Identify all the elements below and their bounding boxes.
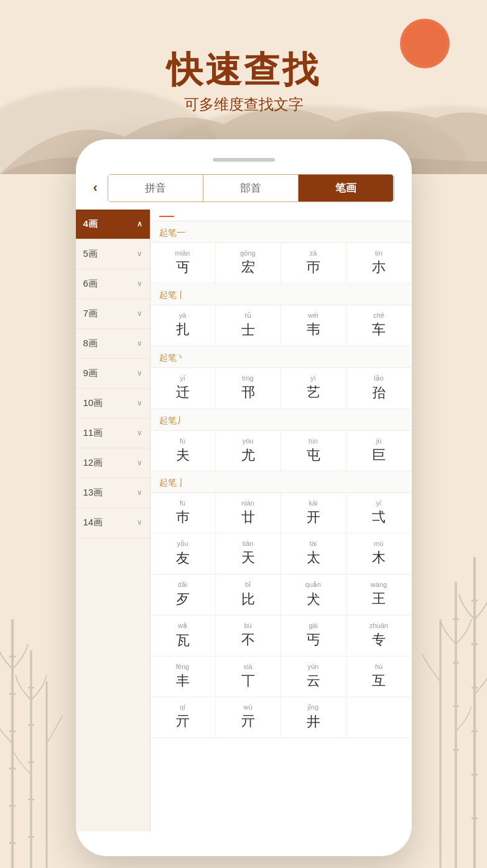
char-cell[interactable]: quǎn 犬 [281,575,346,615]
char-pinyin: wú [220,703,277,711]
char-hanzi: 孡 [350,384,408,402]
char-pinyin: fēng [154,663,211,670]
char-pinyin: xià [220,663,277,670]
char-pinyin: yǒu [154,540,211,548]
main-title: 快速查找 [167,50,321,90]
char-row: dǎi 歹 bǐ 比 quǎn 犬 wàng 王 [151,575,412,616]
char-hanzi: 比 [220,590,277,609]
char-cell[interactable]: jǐng 井 [281,697,346,737]
char-cell[interactable]: wǎ 瓦 [151,616,216,656]
char-cell[interactable]: tíng 邗 [216,368,281,409]
char-cell[interactable]: tài 太 [281,533,346,574]
char-cell[interactable]: wú 亓 [216,697,281,737]
content-area: 4画 ∧ 5画 ∨ 6画 ∨ 7画 ∨ 8画 ∨ 9画 ∨ [76,210,412,831]
char-pinyin: dǎi [154,581,211,589]
header-area: 快速查找 可多维度查找文字 [167,0,321,114]
sidebar-label-12: 12画 [83,457,103,469]
char-cell[interactable]: mù 木 [346,533,412,574]
char-cell[interactable]: yǒu 友 [151,533,216,574]
sidebar-item-11[interactable]: 11画 ∨ [76,418,150,448]
char-cell[interactable]: tǔ 士 [216,305,281,346]
sidebar-item-14[interactable]: 14画 ∨ [76,508,150,538]
char-cell[interactable]: gài 丐 [281,616,346,656]
char-cell[interactable]: yī 弌 [346,493,412,533]
stroke-label-1: 起笔一 [151,221,412,243]
sidebar-item-10[interactable]: 10画 ∨ [76,389,150,418]
char-hanzi: 邗 [220,383,277,402]
char-pinyin: tǔ [220,312,277,320]
sidebar-item-8[interactable]: 8画 ∨ [76,329,150,359]
char-row: fú 夫 yóu 尤 tún 屯 jù 巨 [151,431,412,471]
char-row: yà 扎 tǔ 士 wéi 韦 chē 车 [151,305,412,346]
chevron-11: ∨ [137,428,142,437]
back-button[interactable]: ‹ [93,180,98,196]
char-hanzi: 丏 [154,258,211,277]
char-cell[interactable]: qí 亓 [151,697,216,737]
char-row: fú 巿 niàn 廿 kāi 开 yī 弌 [151,493,412,533]
sidebar-item-5[interactable]: 5画 ∨ [76,239,150,269]
char-hanzi: 瓦 [154,631,211,650]
char-hanzi: 云 [285,672,342,690]
section-line [159,216,174,217]
char-cell[interactable]: dǎi 歹 [151,575,216,615]
sidebar-item-12[interactable]: 12画 ∨ [76,448,150,478]
chevron-12: ∨ [137,458,142,467]
char-cell[interactable]: hù 互 [346,657,412,696]
char-row: fēng 丰 xià 丅 yún 云 hù 互 [151,657,412,697]
char-pinyin: jǐng [285,703,342,711]
char-hanzi: 不 [220,630,277,649]
char-pinyin: fú [154,437,211,445]
tab-pinyin[interactable]: 拼音 [108,175,203,201]
chevron-7: ∨ [137,309,142,318]
char-pinyin: tín [350,249,408,257]
tab-bihua[interactable]: 笔画 [299,175,393,201]
char-cell[interactable]: lǎo 孡 [346,368,412,409]
char-cell[interactable]: zhuān 专 [346,616,412,656]
char-row: qí 亓 wú 亓 jǐng 井 [151,697,412,738]
char-cell[interactable]: fú 夫 [151,431,216,471]
char-cell[interactable]: tiān 天 [216,533,281,574]
char-cell[interactable]: yì 艺 [281,368,346,409]
char-cell[interactable]: fú 巿 [151,493,216,533]
sidebar-item-13[interactable]: 13画 ∨ [76,478,150,508]
sidebar-item-9[interactable]: 9画 ∨ [76,359,150,389]
chevron-8: ∨ [137,339,142,348]
tab-bushou[interactable]: 部首 [203,175,299,201]
char-cell[interactable]: kāi 开 [281,493,346,533]
char-cell[interactable]: zā 帀 [281,243,346,283]
chevron-9: ∨ [137,369,142,377]
char-pinyin: lǎo [350,374,408,382]
char-hanzi: 太 [285,548,342,567]
char-cell[interactable]: bù 不 [216,616,281,656]
char-cell[interactable]: chē 车 [346,305,412,346]
char-cell[interactable]: yún 云 [281,657,346,696]
char-cell[interactable]: xià 丅 [216,657,281,696]
char-hanzi: 帀 [285,258,342,277]
char-cell[interactable]: tín 朩 [346,243,412,283]
char-hanzi: 宏 [220,258,277,277]
char-cell[interactable]: wéi 韦 [281,305,346,346]
sidebar-item-4[interactable]: 4画 ∧ [76,210,150,239]
char-cell[interactable]: yóu 尤 [216,431,281,471]
char-hanzi: 王 [350,589,408,608]
sidebar-label-9: 9画 [83,367,98,379]
char-cell[interactable]: yà 扎 [151,305,216,346]
char-cell[interactable]: miān 丏 [151,243,216,283]
sidebar-label-8: 8画 [83,338,98,349]
char-cell[interactable]: tún 屯 [281,431,346,471]
sidebar-item-6[interactable]: 6画 ∨ [76,269,150,299]
char-cell[interactable]: fēng 丰 [151,657,216,696]
char-cell[interactable]: niàn 廿 [216,493,281,533]
sidebar-item-7[interactable]: 7画 ∨ [76,299,150,329]
char-hanzi: 士 [220,321,277,339]
char-cell[interactable]: yī 迁 [151,368,216,409]
char-cell[interactable]: wàng 王 [346,575,412,615]
chevron-14: ∨ [137,518,142,527]
sidebar-label-13: 13画 [83,487,103,499]
char-cell[interactable]: jù 巨 [346,431,412,471]
char-cell[interactable]: bǐ 比 [216,575,281,615]
char-pinyin: wǎ [154,622,211,630]
char-hanzi: 迁 [154,383,211,402]
char-cell[interactable] [346,697,412,737]
char-cell[interactable]: gōng 宏 [216,243,281,283]
